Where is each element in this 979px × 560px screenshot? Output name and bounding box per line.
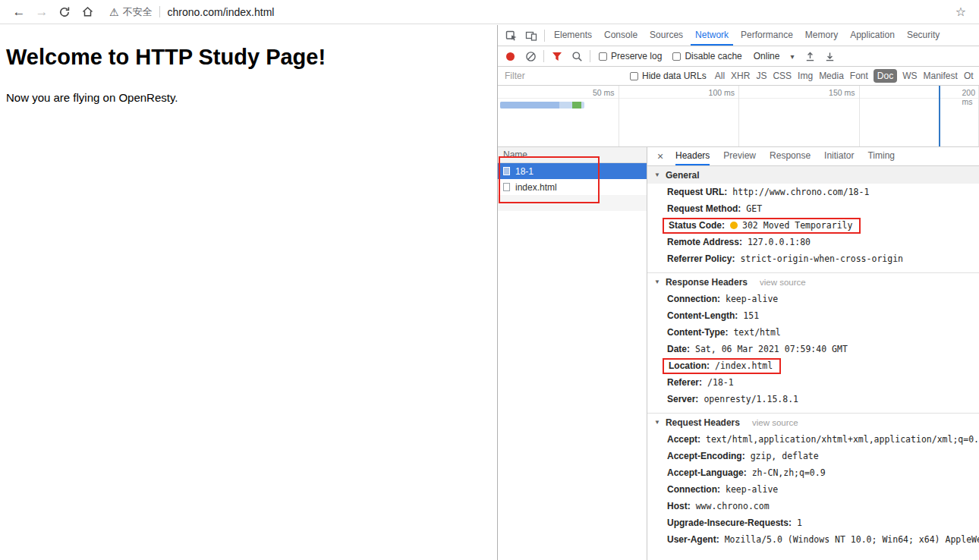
waterfall-green-segment: [572, 102, 581, 109]
section-response-headers-header[interactable]: ▼ Response Headers view source: [647, 273, 979, 291]
close-details-button[interactable]: ×: [652, 150, 669, 162]
toolbar-separator: [543, 50, 544, 62]
header-field-referer: Referer: /18-1: [647, 374, 979, 391]
header-field-accept-encoding: Accept-Encoding: gzip, deflate: [647, 448, 979, 464]
network-main-area: Name 18-1 index.html × Headers Preview R…: [498, 147, 979, 560]
web-page-content: Welcome to HTTP Study Page! Now you are …: [0, 25, 497, 560]
section-general-header[interactable]: ▼ General: [647, 166, 979, 184]
timeline-gridline: [859, 86, 860, 146]
filter-type-css[interactable]: CSS: [773, 71, 792, 81]
tab-network[interactable]: Network: [691, 25, 733, 46]
tab-headers[interactable]: Headers: [675, 147, 710, 165]
section-request-headers: ▼ Request Headers view source Accept: te…: [647, 413, 979, 553]
view-source-link[interactable]: view source: [752, 418, 798, 427]
tab-initiator[interactable]: Initiator: [824, 147, 854, 165]
filter-type-doc[interactable]: Doc: [874, 69, 897, 83]
page-title: Welcome to HTTP Study Page!: [6, 45, 491, 70]
header-field-status-code: Status Code: 302 Moved Temporarily: [647, 217, 979, 234]
status-302-dot-icon: [730, 222, 738, 229]
details-tabbar: × Headers Preview Response Initiator Tim…: [647, 147, 979, 166]
not-secure-warning-icon[interactable]: ⚠: [109, 6, 119, 18]
filter-type-manifest[interactable]: Manifest: [924, 71, 958, 81]
filter-type-js[interactable]: JS: [756, 71, 767, 81]
search-button[interactable]: [567, 47, 587, 65]
tab-timing[interactable]: Timing: [867, 147, 895, 165]
filter-funnel-icon: [552, 52, 562, 61]
timeline-tick-label: 50 ms: [593, 88, 619, 97]
checkbox-icon: [630, 72, 638, 80]
address-bar[interactable]: ⚠ 不安全 chrono.com/index.html: [109, 5, 950, 19]
header-field-date: Date: Sat, 06 Mar 2021 07:59:40 GMT: [647, 341, 979, 357]
filter-type-xhr[interactable]: XHR: [731, 71, 750, 81]
waterfall-fill: [500, 102, 559, 109]
tab-security[interactable]: Security: [902, 25, 944, 46]
tab-application[interactable]: Application: [845, 25, 899, 46]
timeline-tick-label: 200 ms: [962, 88, 979, 106]
filter-input[interactable]: [505, 71, 625, 81]
collapse-triangle-icon: ▼: [654, 171, 660, 178]
forward-icon: →: [36, 5, 49, 20]
import-har-button[interactable]: [800, 47, 820, 65]
header-field-request-url: Request URL: http://www.chrono.com/18-1: [647, 184, 979, 200]
preserve-log-checkbox[interactable]: Preserve log: [599, 51, 662, 61]
disable-cache-checkbox[interactable]: Disable cache: [672, 51, 741, 61]
tab-sources[interactable]: Sources: [645, 25, 688, 46]
filter-type-media[interactable]: Media: [819, 71, 844, 81]
request-table: Name 18-1 index.html: [498, 147, 647, 560]
filter-type-img[interactable]: Img: [798, 71, 813, 81]
request-row-index-html[interactable]: index.html: [498, 179, 647, 195]
home-icon: [81, 5, 94, 18]
tab-elements[interactable]: Elements: [549, 25, 597, 46]
header-field-upgrade-insecure: Upgrade-Insecure-Requests: 1: [647, 514, 979, 531]
network-overview-timeline[interactable]: 50 ms 100 ms 150 ms 200 ms: [498, 86, 979, 147]
header-field-accept: Accept: text/html,application/xhtml+xml,…: [647, 431, 979, 448]
section-request-headers-header[interactable]: ▼ Request Headers view source: [647, 414, 979, 431]
header-field-server: Server: openresty/1.15.8.1: [647, 391, 979, 407]
upload-icon: [804, 51, 816, 62]
record-button[interactable]: [506, 52, 515, 61]
checkbox-icon: [672, 52, 681, 61]
back-icon: ←: [13, 5, 26, 20]
home-button[interactable]: [76, 2, 99, 22]
tab-console[interactable]: Console: [600, 25, 642, 46]
hide-data-urls-checkbox[interactable]: Hide data URLs: [630, 71, 707, 81]
filter-type-ws[interactable]: WS: [902, 71, 917, 81]
url-text[interactable]: chrono.com/index.html: [168, 6, 275, 18]
bookmark-button[interactable]: ☆: [950, 2, 971, 22]
back-button[interactable]: ←: [8, 2, 30, 22]
tab-performance[interactable]: Performance: [736, 25, 798, 46]
toolbar-separator: [590, 50, 590, 62]
collapse-triangle-icon: ▼: [654, 278, 660, 285]
view-source-link[interactable]: view source: [760, 278, 806, 287]
request-table-name-header[interactable]: Name: [498, 147, 647, 163]
header-field-location: Location: /index.html: [647, 357, 979, 374]
filter-type-all[interactable]: All: [715, 71, 725, 81]
throttling-dropdown[interactable]: Online ▾: [754, 51, 795, 61]
inspect-cursor-icon: [505, 30, 518, 42]
filter-toggle-button[interactable]: [547, 47, 567, 65]
header-field-content-type: Content-Type: text/html: [647, 324, 979, 341]
export-har-button[interactable]: [820, 47, 839, 65]
header-field-connection-req: Connection: keep-alive: [647, 481, 979, 498]
tab-response[interactable]: Response: [770, 147, 811, 165]
header-field-host: Host: www.chrono.com: [647, 498, 979, 514]
device-toolbar-button[interactable]: [521, 27, 541, 45]
request-row-18-1[interactable]: 18-1: [498, 163, 647, 179]
filter-type-font[interactable]: Font: [850, 71, 868, 81]
chevron-down-icon: ▾: [790, 52, 794, 61]
reload-icon: [58, 6, 71, 18]
filter-type-other[interactable]: Ot: [964, 71, 974, 81]
inspect-element-button[interactable]: [502, 27, 521, 45]
network-toolbar: Preserve log Disable cache Online ▾: [498, 46, 979, 67]
security-label[interactable]: 不安全: [123, 5, 153, 19]
timeline-gridline: [738, 86, 739, 146]
header-field-connection: Connection: keep-alive: [647, 291, 979, 307]
clear-button[interactable]: [521, 47, 540, 65]
reload-button[interactable]: [53, 2, 76, 22]
checkbox-icon: [599, 52, 607, 61]
tab-preview[interactable]: Preview: [723, 147, 756, 165]
annotation-box-location: Location: /index.html: [663, 358, 781, 374]
tab-memory[interactable]: Memory: [801, 25, 842, 46]
forward-button[interactable]: →: [30, 2, 53, 22]
header-field-user-agent: User-Agent: Mozilla/5.0 (Windows NT 10.0…: [647, 531, 979, 548]
